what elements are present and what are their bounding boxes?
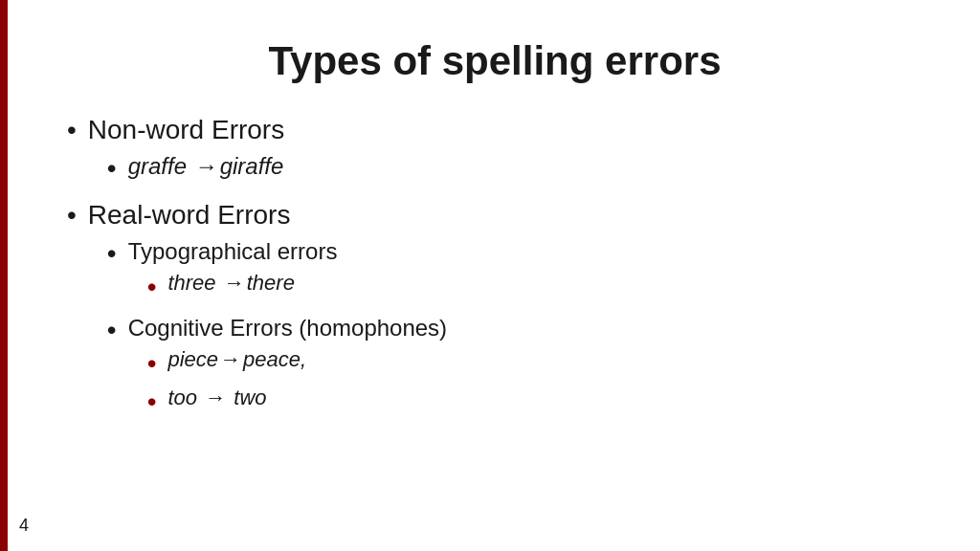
bullet: •: [107, 236, 117, 271]
sub-list: • Typographical errors • three →there: [107, 236, 447, 424]
bullet: •: [107, 151, 117, 186]
example-text: three →there: [167, 270, 294, 298]
main-list: • Non-word Errors • graffe →giraffe • Re…: [67, 113, 923, 428]
red-accent-bar: [0, 0, 8, 551]
example-after: peace,: [243, 347, 306, 371]
list-item: • Non-word Errors • graffe →giraffe: [67, 113, 923, 190]
page-number: 4: [19, 516, 29, 536]
bullet: •: [107, 313, 117, 347]
slide-content: Types of spelling errors • Non-word Erro…: [0, 0, 980, 464]
typographical-errors-label: Typographical errors: [128, 238, 338, 264]
bullet: •: [67, 198, 77, 232]
example-after: two: [234, 386, 266, 409]
example-after: there: [247, 271, 295, 295]
bullet: •: [147, 385, 157, 419]
example-text: graffe →giraffe: [128, 151, 284, 181]
list-item-text: Cognitive Errors (homophones) • piece→pe…: [128, 313, 447, 424]
bullet: •: [147, 346, 157, 381]
cognitive-errors-label: Cognitive Errors (homophones): [128, 315, 447, 341]
example-before: piece: [167, 347, 218, 371]
arrow-icon: →: [195, 153, 218, 179]
list-item: • Typographical errors • three →there: [107, 236, 447, 309]
arrow-icon: →: [224, 271, 245, 295]
arrow-icon: →: [220, 347, 241, 371]
real-word-errors-label: Real-word Errors: [88, 200, 291, 230]
bullet: •: [67, 113, 77, 147]
list-item-text: Real-word Errors • Typographical errors …: [88, 198, 447, 428]
example-text: too → two: [167, 385, 266, 412]
sub-sub-list: • three →there: [147, 270, 338, 304]
example-before: three: [167, 271, 215, 295]
list-item: • piece→peace,: [147, 346, 447, 381]
list-item: • Cognitive Errors (homophones) • piece→…: [107, 313, 447, 424]
example-before: graffe: [128, 153, 187, 179]
example-text: piece→peace,: [167, 346, 306, 374]
list-item: • three →there: [147, 270, 338, 304]
example-after: giraffe: [220, 153, 284, 179]
arrow-icon: →: [205, 386, 226, 409]
list-item: • graffe →giraffe: [107, 151, 284, 186]
list-item-text: Non-word Errors • graffe →giraffe: [88, 113, 284, 190]
example-before: too: [167, 386, 197, 409]
list-item-text: Typographical errors • three →there: [128, 236, 338, 309]
slide-title: Types of spelling errors: [67, 29, 923, 84]
non-word-errors-label: Non-word Errors: [88, 115, 284, 144]
sub-sub-list: • piece→peace, • too → two: [147, 346, 447, 420]
list-item: • too → two: [147, 385, 447, 419]
sub-list: • graffe →giraffe: [107, 151, 284, 186]
bullet: •: [147, 270, 157, 304]
list-item: • Real-word Errors • Typographical error…: [67, 198, 923, 428]
